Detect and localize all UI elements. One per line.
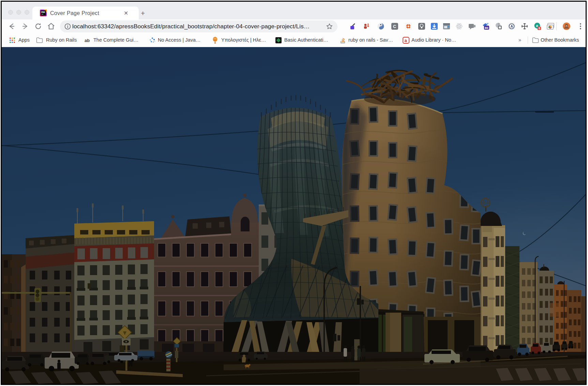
svg-text:a: a xyxy=(405,38,407,43)
svg-text:ab: ab xyxy=(85,38,90,43)
svg-text:8: 8 xyxy=(539,27,540,30)
svg-text:C: C xyxy=(393,24,396,29)
svg-text:RM: RM xyxy=(41,11,45,13)
svg-text:80: 80 xyxy=(485,26,488,30)
svg-text:A: A xyxy=(511,24,513,28)
